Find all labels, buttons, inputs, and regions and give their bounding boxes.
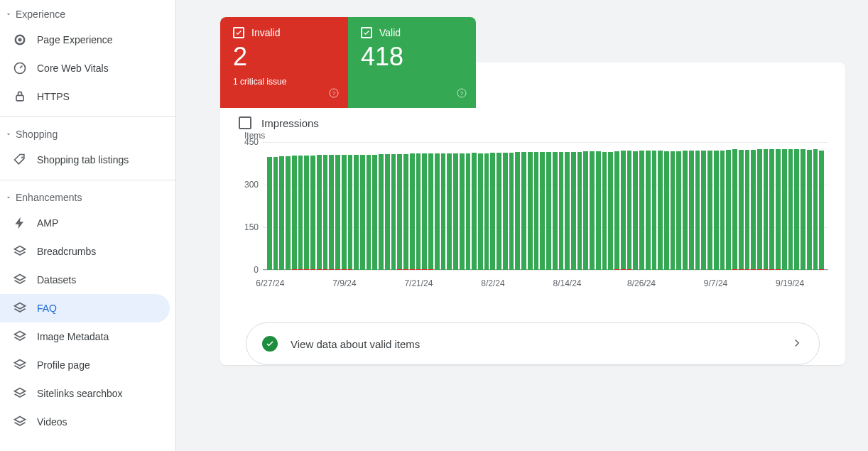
bar[interactable] — [310, 156, 315, 270]
bar[interactable] — [707, 151, 712, 270]
bar[interactable] — [608, 152, 613, 270]
bar[interactable] — [639, 151, 644, 270]
bar[interactable] — [577, 152, 582, 270]
bar[interactable] — [460, 153, 465, 270]
bar[interactable] — [335, 155, 340, 270]
bar[interactable] — [751, 150, 756, 270]
bar[interactable] — [596, 151, 601, 270]
bar[interactable] — [422, 153, 427, 270]
bar[interactable] — [528, 152, 533, 270]
bar[interactable] — [689, 151, 694, 270]
impressions-toggle[interactable]: Impressions — [239, 116, 828, 129]
bar[interactable] — [317, 155, 322, 270]
bar[interactable] — [714, 151, 719, 270]
bar[interactable] — [776, 149, 781, 270]
bar[interactable] — [671, 151, 676, 270]
bar[interactable] — [652, 151, 657, 270]
invalid-tab[interactable]: Invalid 2 1 critical issue ? — [220, 17, 348, 108]
help-icon[interactable]: ? — [328, 87, 340, 101]
bar[interactable] — [410, 153, 415, 270]
bar[interactable] — [391, 154, 396, 270]
sidebar-item-amp[interactable]: AMP — [0, 209, 170, 237]
sidebar-item-datasets[interactable]: Datasets — [0, 266, 170, 294]
bar[interactable] — [726, 150, 731, 270]
bar[interactable] — [739, 150, 744, 270]
bar[interactable] — [484, 153, 489, 270]
bar[interactable] — [323, 155, 328, 270]
bar[interactable] — [428, 153, 433, 270]
bar[interactable] — [546, 152, 551, 270]
bar[interactable] — [478, 153, 483, 270]
bar[interactable] — [385, 154, 390, 270]
bar[interactable] — [732, 149, 737, 270]
bar[interactable] — [590, 151, 595, 270]
bar[interactable] — [664, 151, 669, 270]
sidebar-item-breadcrumbs[interactable]: Breadcrumbs — [0, 237, 170, 266]
bar[interactable] — [360, 155, 365, 270]
bar[interactable] — [658, 151, 663, 270]
bar[interactable] — [279, 156, 284, 270]
bar[interactable] — [801, 149, 805, 270]
bar[interactable] — [646, 151, 651, 270]
bar[interactable] — [701, 151, 706, 270]
bar[interactable] — [819, 151, 824, 270]
bar[interactable] — [764, 149, 769, 270]
bar[interactable] — [521, 152, 526, 270]
sidebar-item-sitelinks-searchbox[interactable]: Sitelinks searchbox — [0, 379, 170, 408]
bar[interactable] — [553, 152, 558, 270]
bar[interactable] — [614, 151, 619, 270]
bar[interactable] — [273, 157, 278, 270]
bar[interactable] — [602, 152, 607, 270]
view-valid-items-button[interactable]: View data about valid items — [246, 322, 820, 365]
bar[interactable] — [534, 152, 539, 270]
sidebar-item-core-web-vitals[interactable]: Core Web Vitals — [0, 54, 170, 82]
valid-tab[interactable]: Valid 418 ? — [348, 17, 476, 108]
bar[interactable] — [490, 153, 495, 270]
bar[interactable] — [559, 152, 564, 270]
sidebar-item-profile-page[interactable]: Profile page — [0, 351, 170, 379]
sidebar-item-https[interactable]: HTTPS — [0, 82, 170, 111]
bar[interactable] — [565, 152, 570, 270]
bar[interactable] — [304, 156, 309, 270]
bar[interactable] — [372, 155, 377, 270]
bar[interactable] — [447, 153, 452, 270]
sidebar-item-page-experience[interactable]: Page Experience — [0, 26, 170, 54]
bar[interactable] — [298, 156, 303, 270]
bar[interactable] — [397, 154, 402, 270]
bar[interactable] — [497, 153, 501, 270]
sidebar-item-image-metadata[interactable]: Image Metadata — [0, 322, 170, 351]
bar[interactable] — [342, 155, 347, 270]
bar[interactable] — [757, 149, 762, 270]
sidebar-section-header[interactable]: Enhancements — [0, 186, 175, 209]
bar[interactable] — [435, 153, 440, 270]
sidebar-section-header[interactable]: Shopping — [0, 123, 175, 146]
bar[interactable] — [503, 153, 508, 270]
bar[interactable] — [379, 154, 384, 270]
bar[interactable] — [509, 153, 514, 270]
bar[interactable] — [782, 149, 787, 270]
bar[interactable] — [348, 155, 353, 270]
bar[interactable] — [583, 151, 588, 270]
bar[interactable] — [571, 152, 576, 270]
help-icon[interactable]: ? — [456, 87, 467, 101]
bar[interactable] — [367, 155, 371, 270]
bar[interactable] — [441, 153, 446, 270]
bar[interactable] — [329, 155, 334, 270]
bar[interactable] — [627, 151, 632, 270]
bar[interactable] — [515, 152, 520, 270]
bar[interactable] — [745, 150, 750, 270]
bar[interactable] — [695, 151, 700, 270]
bar[interactable] — [720, 151, 725, 270]
sidebar-section-header[interactable]: Experience — [0, 3, 175, 26]
sidebar-item-videos[interactable]: Videos — [0, 408, 170, 436]
bar[interactable] — [466, 153, 471, 270]
sidebar-item-shopping-tab-listings[interactable]: Shopping tab listings — [0, 146, 170, 174]
bar[interactable] — [621, 151, 626, 270]
bar[interactable] — [807, 150, 812, 270]
bar[interactable] — [292, 156, 297, 270]
bar[interactable] — [676, 151, 681, 270]
bar[interactable] — [540, 152, 545, 270]
bar[interactable] — [472, 153, 477, 270]
bar[interactable] — [788, 149, 793, 270]
sidebar-item-faq[interactable]: FAQ — [0, 294, 170, 322]
